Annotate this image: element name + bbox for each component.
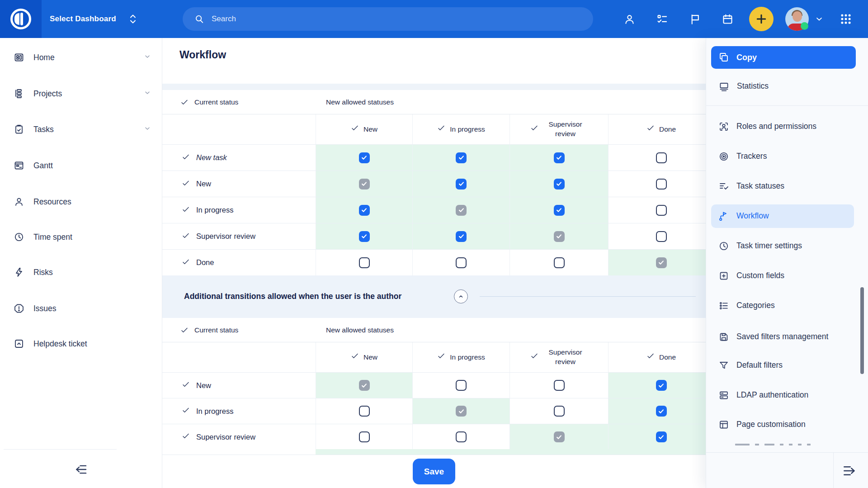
save-button[interactable]: Save: [413, 459, 455, 484]
checkbox-new-in-progress[interactable]: [456, 179, 467, 190]
expand-panel-icon[interactable]: [842, 464, 856, 478]
checkbox-new-done[interactable]: [656, 179, 667, 190]
chevron-down-icon[interactable]: [144, 125, 151, 134]
status-row-label: Done: [196, 258, 214, 267]
check-icon: [646, 124, 655, 135]
checkbox-supervisor-review-in-progress[interactable]: [456, 231, 467, 242]
checklist-icon[interactable]: [656, 0, 668, 38]
checkbox-new-task-new[interactable]: [359, 152, 370, 163]
section-divider-line: [480, 296, 696, 297]
checkbox-new-task-done[interactable]: [656, 152, 667, 163]
current-status-header: Current status: [194, 326, 238, 334]
checkbox-supervisor-review-new[interactable]: [359, 431, 370, 442]
chevron-down-icon[interactable]: [144, 53, 151, 62]
checkbox-supervisor-review-new[interactable]: [359, 231, 370, 242]
empty-header-cell: [162, 342, 316, 372]
copy-button[interactable]: Copy: [711, 46, 856, 69]
column-header-supervisor-review: Supervisor review: [509, 114, 608, 144]
checkbox-in-progress-done[interactable]: [656, 406, 667, 417]
checkbox-in-progress-new[interactable]: [359, 205, 370, 216]
checkbox-done-new[interactable]: [359, 257, 370, 268]
panel-item-workflow[interactable]: Workflow: [711, 204, 854, 228]
checkbox-supervisor-review-in-progress[interactable]: [456, 431, 467, 442]
checkbox-new-task-supervisor-review[interactable]: [554, 152, 565, 163]
calendar-icon[interactable]: [722, 0, 734, 38]
checkbox-supervisor-review-supervisor-review[interactable]: [554, 431, 565, 442]
sidebar-item-helpdesk-ticket[interactable]: Helpdesk ticket: [0, 331, 162, 356]
flag-icon[interactable]: [689, 0, 701, 38]
workflow-table-main: Current status New allowed statuses NewI…: [162, 90, 706, 275]
checkbox-in-progress-in-progress[interactable]: [456, 406, 467, 417]
panel-item-categories[interactable]: Categories: [711, 294, 854, 317]
panel-item-task-statuses[interactable]: Task statuses: [711, 175, 854, 198]
collapse-section-button[interactable]: [454, 289, 468, 303]
panel-item-custom-fields[interactable]: Custom fields: [711, 264, 854, 288]
profile-chevron-down-icon[interactable]: [815, 0, 824, 38]
clipped-table-row: [162, 449, 706, 455]
checkbox-new-done[interactable]: [656, 380, 667, 391]
new-allowed-statuses-header: New allowed statuses: [326, 98, 394, 106]
chevron-down-icon[interactable]: [144, 89, 151, 98]
checkbox-done-in-progress[interactable]: [456, 257, 467, 268]
checkbox-supervisor-review-done[interactable]: [656, 231, 667, 242]
sidebar-item-resources[interactable]: Resources: [0, 189, 162, 214]
search-bar[interactable]: [183, 7, 593, 31]
panel-scrollbar[interactable]: [860, 287, 864, 374]
panel-item-task-timer-settings[interactable]: Task timer settings: [711, 234, 854, 258]
column-header-supervisor-review: Supervisor review: [509, 342, 608, 372]
add-new-button[interactable]: [749, 7, 774, 31]
collapse-sidebar-icon[interactable]: [75, 463, 88, 476]
checkbox-new-supervisor-review[interactable]: [554, 179, 565, 190]
sidebar-item-tasks[interactable]: Tasks: [0, 117, 162, 142]
table-row-new: New: [162, 372, 706, 398]
app-logo[interactable]: [0, 0, 42, 38]
sidebar-item-projects[interactable]: Projects: [0, 81, 162, 106]
sidebar-item-risks[interactable]: Risks: [0, 260, 162, 285]
checkbox-done-done[interactable]: [656, 257, 667, 268]
transition-cell: [509, 250, 608, 275]
transition-cell: [412, 145, 509, 171]
sidebar-item-home[interactable]: Home: [0, 45, 162, 70]
panel-item-roles-and-permissions[interactable]: Roles and permissions: [711, 115, 854, 138]
checkbox-supervisor-review-supervisor-review[interactable]: [554, 231, 565, 242]
clipped-cell: [608, 449, 706, 455]
dashboard-selector[interactable]: Select Dashboard: [50, 0, 138, 38]
column-header-in-progress: In progress: [412, 114, 509, 144]
checkbox-in-progress-supervisor-review[interactable]: [554, 406, 565, 417]
panel-item-page-customisation[interactable]: Page customisation: [711, 413, 854, 436]
table-header-row: Current status New allowed statuses: [162, 90, 706, 114]
transition-cell: [316, 145, 412, 171]
checkbox-new-in-progress[interactable]: [456, 380, 467, 391]
checkbox-new-new[interactable]: [359, 179, 370, 190]
checkbox-in-progress-in-progress[interactable]: [456, 205, 467, 216]
transition-cell: [412, 398, 509, 424]
checkbox-done-supervisor-review[interactable]: [554, 257, 565, 268]
user-directory-icon[interactable]: [623, 0, 636, 38]
panel-item-statistics[interactable]: Statistics: [711, 75, 854, 98]
sidebar-item-issues[interactable]: Issues: [0, 296, 162, 321]
panel-item-default-filters[interactable]: Default filters: [711, 354, 854, 377]
transition-cell: [509, 171, 608, 197]
checkbox-in-progress-done[interactable]: [656, 205, 667, 216]
panel-item-saved-filters-management[interactable]: Saved filters management: [711, 322, 854, 352]
apps-grid-icon[interactable]: [839, 0, 853, 38]
panel-item-label: Trackers: [736, 152, 767, 161]
checkbox-supervisor-review-done[interactable]: [656, 431, 667, 442]
sidebar-item-label: Time spent: [33, 232, 72, 242]
sidebar-item-time-spent[interactable]: Time spent: [0, 224, 162, 250]
sidebar-item-gantt[interactable]: Gantt: [0, 153, 162, 178]
sidebar-item-label: Issues: [33, 304, 57, 313]
categories-icon: [718, 300, 729, 311]
checkbox-in-progress-supervisor-review[interactable]: [554, 205, 565, 216]
search-input[interactable]: [211, 14, 527, 24]
empty-header-cell: [162, 114, 316, 144]
time-icon: [14, 232, 24, 242]
checkbox-new-new[interactable]: [359, 380, 370, 391]
checkbox-in-progress-new[interactable]: [359, 406, 370, 417]
checkbox-new-supervisor-review[interactable]: [554, 380, 565, 391]
panel-item-ldap-authentication[interactable]: LDAP authentication: [711, 384, 854, 407]
timer-icon: [718, 241, 729, 251]
panel-item-trackers[interactable]: Trackers: [711, 145, 854, 168]
checkbox-new-task-in-progress[interactable]: [456, 152, 467, 163]
statistics-icon: [718, 81, 730, 92]
